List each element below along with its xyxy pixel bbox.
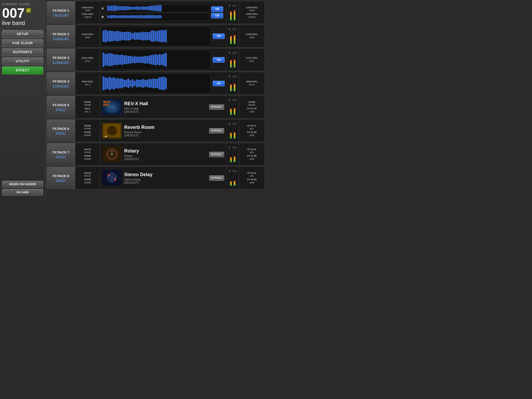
eq-bar <box>127 6 129 10</box>
fx-center-effect-5: REV-X HALL REV-X Hall REV-X Hall [2IN/2O… <box>100 96 226 118</box>
eq-ab-label-B: B <box>102 15 105 18</box>
effect-subtitle-8: Stereo Delay <box>124 178 209 181</box>
fx-rack-type-1[interactable]: Flex 15 GEQ <box>54 14 69 16</box>
eq-bar <box>161 55 163 65</box>
fx-input-item: MIX9 INS1MX 9 <box>77 80 98 86</box>
eq-bar <box>147 6 149 10</box>
out-label: OUT <box>232 146 237 149</box>
eq-bar <box>111 15 112 18</box>
on-button-2[interactable]: ON <box>213 34 225 39</box>
setup-button[interactable]: SETUP <box>2 30 43 38</box>
eq-bar <box>105 30 107 43</box>
on-btn-area: ONON <box>211 6 225 18</box>
eq-bar <box>121 32 123 40</box>
eq-bar <box>142 79 144 88</box>
eq-bar <box>150 31 152 41</box>
meter-out-bar <box>234 102 236 115</box>
fx-center-4: ON <box>100 72 226 95</box>
on-button-1-0[interactable]: ON <box>211 6 223 12</box>
eq-bar <box>119 55 121 64</box>
eq-bar <box>156 15 158 18</box>
eq-bar <box>152 30 154 42</box>
fx-inputs-1: CH28 INS1ch28CH10 INS1USB R <box>75 1 100 24</box>
meter-fill <box>234 181 235 186</box>
sidebar: CURRENT SCENE 007 E live band SETUP CUE … <box>0 0 45 200</box>
on-button-1-1[interactable]: ON <box>211 13 223 18</box>
effect-io-6: [1IN/2OUT] <box>124 134 209 137</box>
fx-center-effect-6: 🥁 Reverb Room Reverb Room [1IN/2OUT] BYP… <box>100 119 226 142</box>
level-meters-5: IN OUT <box>226 96 239 118</box>
eq-bar <box>107 78 109 89</box>
outports-button[interactable]: OUTPORTS <box>2 48 43 56</box>
fx-rack-type-2[interactable]: 31 Band GEQ <box>53 37 69 40</box>
effect-button[interactable]: EFFECT <box>2 66 43 74</box>
fx-rack-type-8[interactable]: EFFECT <box>56 179 66 182</box>
fx-rack-name-3: FX RACK 3 <box>53 56 69 60</box>
eq-bar <box>157 79 158 88</box>
on-button-4[interactable]: ON <box>213 81 225 86</box>
fx-rack-type-3[interactable]: 31 Band GEQ <box>53 61 69 64</box>
in-label: IN <box>228 170 230 172</box>
fx-rack-row-3: FX RACK 3 31 Band GEQ CH11 INS1ch11ON IN… <box>46 48 265 71</box>
eq-bar <box>123 80 125 87</box>
bypass-button-6[interactable]: BYPASS <box>209 128 224 134</box>
bypass-button-7[interactable]: BYPASS <box>209 152 224 157</box>
fx-rack-type-5[interactable]: EFFECT <box>56 108 66 111</box>
bypass-button-8[interactable]: BYPASS <box>209 175 224 181</box>
fx-rack-label-2: FX RACK 2 31 Band GEQ <box>47 25 75 47</box>
eq-bar <box>119 78 121 88</box>
eq-bar <box>140 80 142 87</box>
bypass-button-5[interactable]: BYPASS <box>209 104 224 110</box>
eq-bar <box>144 6 145 10</box>
eq-display-4[interactable] <box>102 74 211 93</box>
meter-fill <box>230 109 232 115</box>
eq-bar <box>131 7 132 10</box>
eq-bar <box>118 6 120 10</box>
eq-bar-display-A[interactable] <box>106 4 210 12</box>
out-label: OUT <box>232 52 237 54</box>
utility-button[interactable]: UTILITY <box>2 57 43 65</box>
eq-bar <box>163 54 165 66</box>
eq-bar <box>159 77 161 89</box>
cue-clear-button[interactable]: CUE CLEAR <box>2 39 43 47</box>
eq-bar <box>133 7 134 10</box>
in-label: IN <box>228 4 230 7</box>
eq-bar <box>135 15 136 18</box>
eq-bar <box>107 54 109 66</box>
fx-center-3: ON <box>100 49 226 71</box>
meter-in-bar <box>230 55 232 68</box>
eq-bar <box>107 31 109 42</box>
fx-rack-type-7[interactable]: EFFECT <box>56 155 66 158</box>
eq-bar <box>103 30 104 42</box>
eq-bar-display-B[interactable] <box>106 13 210 21</box>
meter-labels: IN OUT <box>228 28 237 30</box>
eq-bar <box>122 15 123 18</box>
on-button-3[interactable]: ON <box>213 57 225 63</box>
eq-display-3[interactable] <box>102 50 211 70</box>
in-label: IN <box>228 123 230 125</box>
meter-bars <box>230 126 236 139</box>
meter-in-bar <box>230 78 232 91</box>
svg-text:HALL: HALL <box>103 104 109 107</box>
effect-thumb-7 <box>102 147 122 162</box>
level-meters-8: IN OUT <box>226 167 239 189</box>
eq-bar <box>146 80 148 87</box>
effect-io-8: [2IN/2OUT] <box>124 181 209 184</box>
eq-bar <box>160 5 162 11</box>
fx-outputs-5: NONENONEST IN 1Rst1R <box>239 96 265 118</box>
meter-bars <box>230 31 236 44</box>
ha-gain-button[interactable]: HA GAIN <box>2 189 43 196</box>
fx-output-item: CH10 INS1USB R <box>241 13 263 19</box>
fx-rack-label-8: FX RACK 8 EFFECT <box>47 167 75 189</box>
eq-display-2[interactable] <box>102 26 211 46</box>
meter-in-bar <box>230 8 232 21</box>
in-label: IN <box>228 99 230 101</box>
fx-rack-type-4[interactable]: 31 Band GEQ <box>53 84 69 87</box>
eq-bar <box>159 54 161 66</box>
fx-rack-type-6[interactable]: EFFECT <box>56 132 66 135</box>
sends-on-faders-button[interactable]: SENDS ON FADERS <box>2 181 43 188</box>
eq-bar <box>140 32 142 40</box>
meter-out-bar <box>234 55 236 68</box>
eq-bar <box>136 15 138 18</box>
eq-bar <box>122 6 123 10</box>
